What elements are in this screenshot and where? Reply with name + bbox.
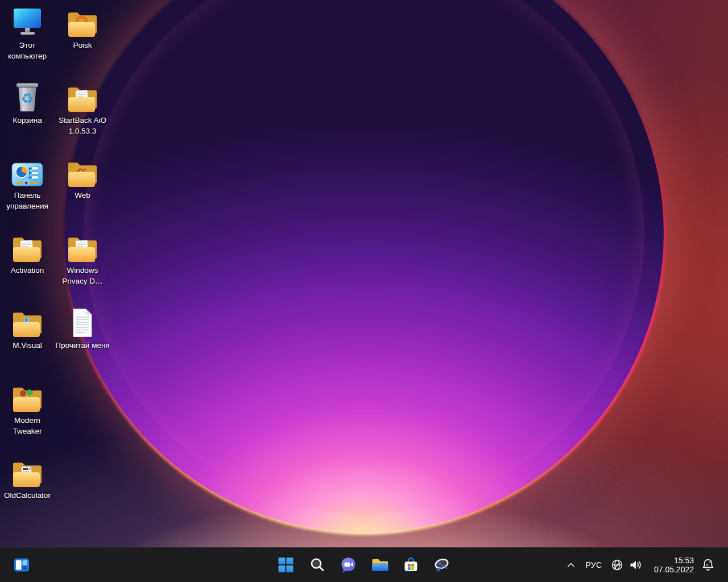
- clock-date: 07.05.2022: [650, 565, 694, 575]
- folder-documents-icon: [11, 234, 44, 263]
- store-button[interactable]: [399, 552, 424, 577]
- folder-gems-icon: [11, 384, 44, 413]
- svg-text:z: z: [709, 560, 711, 564]
- icon-label: Web: [55, 190, 110, 201]
- search-button[interactable]: [305, 552, 330, 577]
- widgets-icon: [13, 556, 30, 573]
- folder-app-icon: [11, 309, 44, 338]
- icon-label: Прочитай меня: [55, 340, 110, 351]
- folder-calculator-icon: [11, 459, 44, 488]
- icon-label: Панель управления: [0, 190, 55, 211]
- desktop-icon-activation[interactable]: Activation: [0, 228, 55, 276]
- desktop-icon-startback-aio[interactable]: StartBack AiO 1.0.53.3: [55, 78, 110, 136]
- control-panel-icon: [11, 161, 44, 188]
- tray-overflow-button[interactable]: [562, 554, 580, 576]
- bell-dnd-icon: z z: [701, 558, 715, 572]
- start-button[interactable]: [274, 552, 299, 577]
- language-indicator[interactable]: РУС: [582, 554, 605, 576]
- desktop-icon-recycle-bin[interactable]: ♻ Корзина: [0, 78, 55, 126]
- folder-documents-icon: [66, 234, 99, 263]
- file-explorer-icon: [371, 556, 388, 573]
- svg-text:♻: ♻: [21, 90, 34, 107]
- icon-label: Windows Privacy D…: [55, 265, 110, 286]
- desktop-icon-control-panel[interactable]: Панель управления: [0, 153, 55, 211]
- volume-button[interactable]: [627, 554, 644, 576]
- chat-button[interactable]: [336, 552, 361, 577]
- network-button[interactable]: [609, 554, 626, 576]
- icon-label: StartBack AiO 1.0.53.3: [55, 115, 110, 136]
- folder-web-icon: [66, 159, 99, 188]
- desktop-icon-modern-tweaker[interactable]: Modern Tweaker: [0, 379, 55, 436]
- icon-label: Modern Tweaker: [0, 415, 55, 436]
- desktop-icon-poisk[interactable]: Poisk: [55, 3, 110, 51]
- desktop: Этот компьютер Poisk ♻ Корзина: [0, 0, 728, 582]
- folder-ring-icon: [66, 9, 99, 38]
- icon-label: Poisk: [55, 40, 110, 51]
- volume-icon: [628, 558, 643, 572]
- recycle-bin-icon: ♻: [11, 82, 44, 113]
- icon-label: OldCalculator: [0, 490, 55, 501]
- icon-label: Activation: [0, 265, 55, 276]
- desktop-icon-mvisual[interactable]: M.Visual: [0, 304, 55, 351]
- desktop-icon-windows-privacy[interactable]: Windows Privacy D…: [55, 228, 110, 286]
- taskbar: РУС: [0, 547, 728, 582]
- icon-label: Этот компьютер: [0, 40, 55, 61]
- search-icon: [309, 557, 325, 573]
- icon-label: Корзина: [0, 115, 55, 126]
- desktop-icon-oldcalculator[interactable]: OldCalculator: [0, 454, 55, 501]
- widgets-button[interactable]: [9, 552, 34, 577]
- globe-no-internet-icon: [610, 558, 624, 572]
- snipping-tool-icon: [434, 556, 451, 573]
- desktop-icon-web[interactable]: Web: [55, 153, 110, 201]
- icon-label: M.Visual: [0, 340, 55, 351]
- text-document-icon: [66, 308, 99, 338]
- folder-documents-icon: [66, 84, 99, 113]
- snipping-tool-button[interactable]: [430, 552, 455, 577]
- desktop-icon-this-pc[interactable]: Этот компьютер: [0, 3, 55, 61]
- file-explorer-button[interactable]: [367, 552, 392, 577]
- desktop-icon-readme[interactable]: Прочитай меня: [55, 304, 110, 351]
- svg-text:z: z: [706, 562, 709, 567]
- chevron-up-icon: [565, 559, 577, 571]
- notification-center-button[interactable]: z z: [700, 554, 717, 576]
- monitor-icon: [11, 8, 44, 38]
- chat-icon: [340, 556, 357, 573]
- microsoft-store-icon: [403, 556, 420, 573]
- windows-start-icon: [278, 556, 295, 573]
- clock[interactable]: 15:53 07.05.2022: [650, 556, 694, 575]
- clock-time: 15:53: [650, 556, 694, 566]
